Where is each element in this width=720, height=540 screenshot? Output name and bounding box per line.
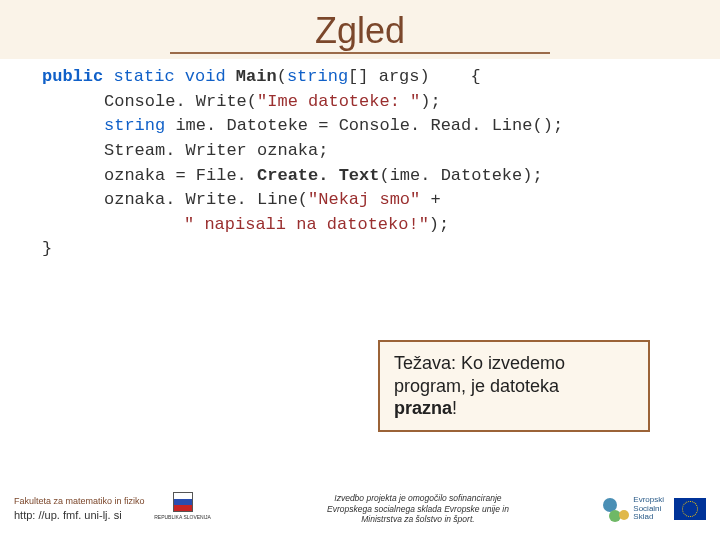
coat-label: REPUBLIKA SLOVENIJA xyxy=(154,514,211,520)
eu-flag-icon xyxy=(674,498,706,520)
faculty-name: Fakulteta za matematiko in fiziko xyxy=(14,496,145,508)
code-block: public static void Main(string[] args) {… xyxy=(0,59,720,272)
esf-graphic-icon xyxy=(603,496,629,522)
faculty-url: http: //up. fmf. uni-lj. si xyxy=(14,508,145,522)
esf-logo: Evropski Socialni Sklad xyxy=(603,496,664,522)
esf-text: Evropski Socialni Sklad xyxy=(633,496,664,522)
title-band: Zgled xyxy=(0,0,720,59)
code-line-8: } xyxy=(42,237,710,262)
code-line-3: string ime. Datoteke = Console. Read. Li… xyxy=(42,114,710,139)
financing-text: Izvedbo projekta je omogočilo sofinancir… xyxy=(251,493,586,525)
slide-title: Zgled xyxy=(0,10,720,52)
callout-line1: Težava: Ko izvedemo xyxy=(394,353,565,373)
code-line-2: Console. Write("Ime datoteke: "); xyxy=(42,90,710,115)
code-line-5: oznaka = File. Create. Text(ime. Datotek… xyxy=(42,164,710,189)
title-underline xyxy=(170,52,550,54)
logo-group: Evropski Socialni Sklad xyxy=(603,496,706,522)
coat-of-arms-icon: REPUBLIKA SLOVENIJA xyxy=(163,492,203,526)
shield-icon xyxy=(173,492,193,512)
faculty-block: Fakulteta za matematiko in fiziko http: … xyxy=(14,496,145,522)
callout-line2: program, je datoteka xyxy=(394,376,559,396)
footer: Fakulteta za matematiko in fiziko http: … xyxy=(0,478,720,540)
callout-bold: prazna xyxy=(394,398,452,418)
code-line-6: oznaka. Write. Line("Nekaj smo" + xyxy=(42,188,710,213)
callout-box: Težava: Ko izvedemo program, je datoteka… xyxy=(378,340,650,432)
code-line-1: public static void Main(string[] args) { xyxy=(42,65,710,90)
code-line-7: " napisali na datoteko!"); xyxy=(42,213,710,238)
code-line-4: Stream. Writer oznaka; xyxy=(42,139,710,164)
